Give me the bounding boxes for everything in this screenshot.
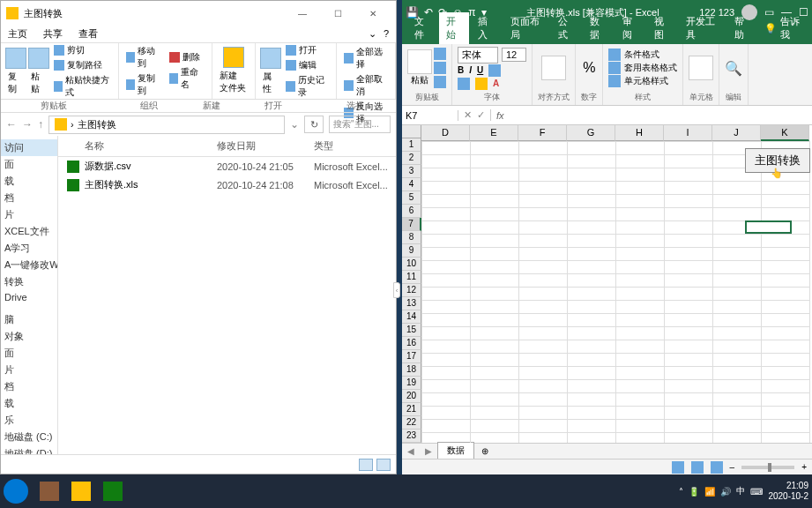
sidebar-item[interactable]: 转换 [1, 273, 57, 290]
cell[interactable] [762, 327, 810, 340]
cell[interactable] [471, 182, 519, 195]
tab-view[interactable]: 查看 [78, 27, 98, 41]
cell[interactable] [422, 327, 471, 340]
column-header[interactable]: I [664, 125, 712, 141]
active-cell[interactable] [745, 220, 792, 234]
cell[interactable] [568, 235, 616, 248]
paste-button[interactable]: 粘贴 [29, 46, 48, 97]
row-header[interactable]: 15 [402, 324, 421, 337]
minimize-button[interactable]: — [285, 2, 320, 25]
column-header[interactable]: K [761, 125, 809, 141]
row-header[interactable]: 10 [402, 258, 421, 271]
cell[interactable] [471, 235, 519, 248]
cell[interactable] [519, 274, 568, 288]
cancel-icon[interactable]: ✕ [464, 109, 472, 121]
cell[interactable] [665, 168, 713, 182]
cell[interactable] [665, 327, 713, 340]
search-input[interactable]: 搜索"主图... [329, 116, 391, 133]
cell[interactable] [713, 208, 762, 221]
align-icon[interactable] [541, 56, 566, 80]
row-header[interactable]: 17 [402, 350, 421, 363]
taskbar[interactable]: ˄ 🔋 📶 🔊 中 ⌨ 21:09 2020-10-2 [0, 474, 812, 508]
taskbar-explorer[interactable] [65, 478, 97, 504]
cell[interactable] [471, 288, 519, 301]
cut-icon[interactable] [434, 48, 446, 60]
cell[interactable] [519, 155, 568, 168]
cell[interactable] [422, 314, 471, 327]
cell[interactable] [665, 261, 713, 274]
cell[interactable] [616, 340, 665, 354]
cell[interactable] [616, 288, 665, 301]
taskbar-app[interactable] [34, 478, 65, 504]
cell[interactable] [471, 367, 519, 380]
cell[interactable] [519, 367, 568, 380]
cell[interactable] [519, 340, 568, 354]
column-header[interactable]: G [567, 125, 615, 141]
cell[interactable] [762, 314, 810, 327]
cell[interactable] [665, 367, 713, 380]
cell[interactable] [762, 235, 810, 248]
open-button[interactable]: 打开 [284, 43, 330, 57]
cell[interactable] [471, 274, 519, 288]
file-row[interactable]: 源数据.csv 2020-10-24 21:05 Microsoft Excel… [58, 157, 396, 176]
table-format-button[interactable]: 套用表格格式 [608, 62, 677, 74]
sidebar-item[interactable]: 载 [1, 395, 57, 412]
paste-shortcut-button[interactable]: 粘贴快捷方式 [52, 73, 113, 100]
sidebar-item[interactable]: XCEL文件 [1, 223, 57, 240]
properties-button[interactable]: 属性 [261, 46, 280, 97]
sidebar-item[interactable]: 片 [1, 206, 57, 223]
cell[interactable] [665, 407, 713, 420]
cell[interactable] [665, 380, 713, 393]
row-header[interactable]: 11 [402, 271, 421, 284]
cell[interactable] [519, 327, 568, 340]
cell[interactable] [616, 380, 665, 393]
edit-button[interactable]: 编辑 [284, 58, 330, 72]
cell[interactable] [616, 301, 665, 314]
column-type[interactable]: 类型 [314, 139, 396, 153]
column-header[interactable]: J [712, 125, 761, 141]
row-header[interactable]: 8 [402, 231, 421, 244]
row-header[interactable]: 12 [402, 284, 421, 297]
zoom-slider[interactable] [741, 466, 794, 469]
copy-button[interactable]: 复制 [6, 46, 26, 97]
find-icon[interactable]: 🔍 [725, 60, 742, 77]
sidebar-item[interactable]: 面 [1, 345, 57, 362]
row-header[interactable]: 9 [402, 244, 421, 258]
sidebar-item[interactable]: 片 [1, 362, 57, 378]
column-header[interactable]: E [470, 125, 518, 141]
cell[interactable] [519, 248, 568, 261]
cell[interactable] [422, 433, 471, 444]
cell[interactable] [568, 367, 616, 380]
zoom-out-button[interactable]: – [730, 462, 735, 472]
cell[interactable] [519, 221, 568, 235]
cell[interactable] [471, 195, 519, 208]
cell[interactable] [762, 195, 810, 208]
cell[interactable] [471, 168, 519, 182]
cell[interactable] [568, 314, 616, 327]
tab-file[interactable]: 文件 [407, 12, 437, 44]
cell[interactable] [422, 155, 471, 168]
bold-button[interactable]: B [458, 65, 464, 75]
sidebar-item[interactable]: 面 [1, 156, 57, 173]
paste-button[interactable]: 粘贴 [411, 74, 428, 86]
cell[interactable] [665, 195, 713, 208]
help-icon[interactable]: ? [384, 28, 389, 40]
cell[interactable] [422, 288, 471, 301]
sidebar-item[interactable]: 地磁盘 (D:) [1, 445, 57, 454]
cell[interactable] [616, 274, 665, 288]
cell[interactable] [713, 248, 762, 261]
cell[interactable] [616, 142, 665, 155]
row-header[interactable]: 22 [402, 416, 421, 430]
cell[interactable] [568, 433, 616, 444]
cell[interactable] [616, 407, 665, 420]
cell[interactable] [665, 235, 713, 248]
cell[interactable] [713, 380, 762, 393]
cell[interactable] [616, 248, 665, 261]
cell[interactable] [422, 407, 471, 420]
details-view-button[interactable] [359, 459, 373, 471]
cell[interactable] [422, 367, 471, 380]
sidebar-item[interactable]: A学习 [1, 240, 57, 257]
cell[interactable] [665, 274, 713, 288]
row-header[interactable]: 19 [402, 377, 421, 390]
cell[interactable] [568, 420, 616, 433]
